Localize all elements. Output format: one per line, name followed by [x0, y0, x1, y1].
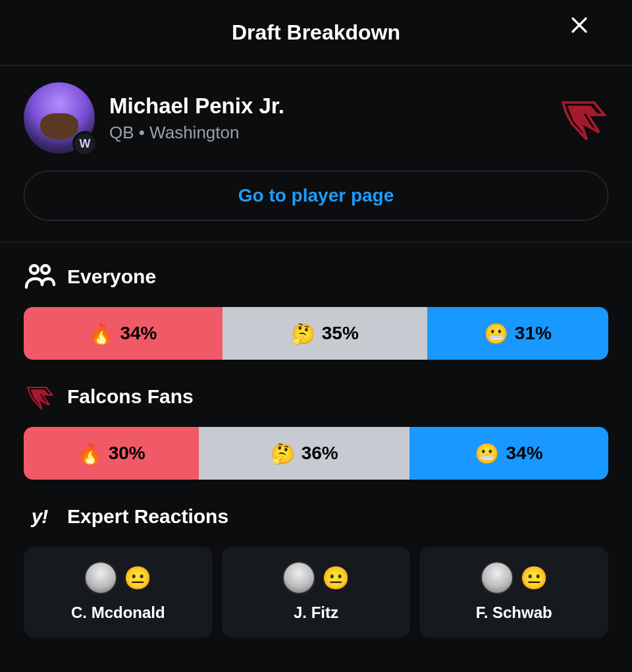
section-label-everyone: Everyone [67, 266, 156, 288]
player-avatar[interactable]: W [24, 82, 95, 154]
poll-segment-mid[interactable]: 🤔 35% [223, 307, 427, 360]
falcons-logo-icon [557, 92, 608, 144]
college-badge: W [72, 131, 97, 156]
poll-segment-cold[interactable]: 😬 34% [409, 427, 608, 480]
expert-name: J. Fitz [294, 603, 338, 622]
falcons-logo-icon [24, 381, 55, 412]
svg-point-3 [41, 266, 49, 273]
expert-avatar [481, 561, 514, 594]
people-icon [24, 261, 55, 293]
expert-name: C. Mcdonald [71, 603, 165, 622]
poll-percent: 30% [109, 443, 145, 464]
poll-percent: 34% [506, 443, 542, 464]
expert-reaction-emoji: 😐 [520, 565, 548, 591]
page-title: Draft Breakdown [232, 20, 400, 45]
poll-percent: 36% [302, 443, 338, 464]
poll-segment-hot[interactable]: 🔥 30% [24, 427, 199, 480]
player-name: Michael Penix Jr. [109, 94, 542, 119]
poll-segment-cold[interactable]: 😬 31% [427, 307, 608, 360]
close-icon [569, 15, 589, 35]
fire-icon: 🔥 [78, 442, 102, 465]
poll-percent: 34% [120, 323, 157, 344]
expert-name: F. Schwab [476, 603, 552, 622]
svg-point-2 [30, 266, 38, 273]
poll-bar-fans: 🔥 30% 🤔 36% 😬 34% [24, 427, 608, 480]
poll-segment-hot[interactable]: 🔥 34% [24, 307, 223, 360]
yahoo-logo-icon: y! [24, 501, 55, 532]
poll-percent: 35% [322, 323, 359, 344]
expert-reaction-emoji: 😐 [124, 565, 151, 591]
expert-avatar [84, 561, 117, 594]
poll-percent: 31% [515, 323, 552, 344]
expert-card[interactable]: 😐 C. Mcdonald [24, 547, 213, 638]
team-logo-small [24, 381, 55, 412]
team-logo[interactable] [557, 92, 608, 144]
thinking-icon: 🤔 [271, 442, 295, 465]
poll-bar-everyone: 🔥 34% 🤔 35% 😬 31% [24, 307, 608, 360]
fire-icon: 🔥 [89, 322, 113, 345]
section-label-experts: Expert Reactions [67, 505, 228, 528]
expert-avatar [282, 561, 315, 594]
close-button[interactable] [565, 11, 594, 40]
thinking-icon: 🤔 [291, 322, 315, 345]
expert-card[interactable]: 😐 F. Schwab [419, 547, 608, 638]
poll-segment-mid[interactable]: 🤔 36% [199, 427, 409, 480]
grimace-icon: 😬 [475, 442, 499, 465]
grimace-icon: 😬 [484, 322, 508, 345]
expert-card[interactable]: 😐 J. Fitz [222, 547, 411, 638]
section-label-fans: Falcons Fans [67, 385, 194, 408]
go-to-player-page-button[interactable]: Go to player page [24, 171, 608, 221]
expert-reaction-emoji: 😐 [322, 565, 350, 591]
player-subtitle: QB • Washington [109, 123, 542, 143]
